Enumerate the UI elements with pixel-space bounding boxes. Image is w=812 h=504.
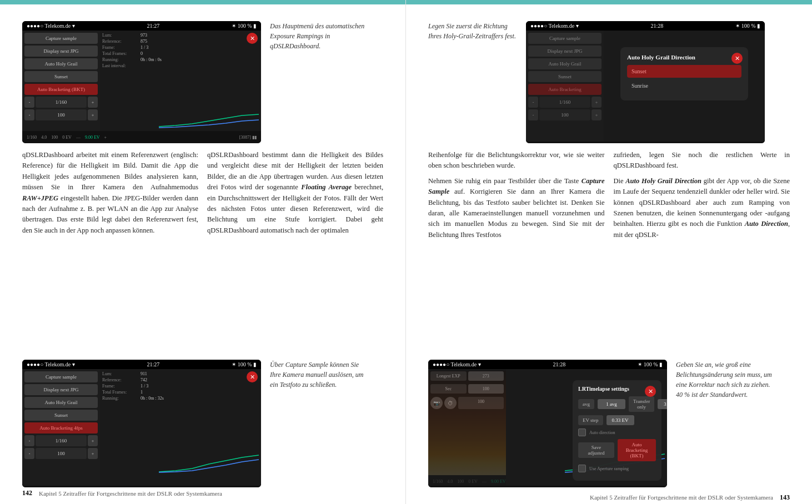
- shutter-plus-2[interactable]: +: [88, 435, 98, 446]
- sunset-btn[interactable]: Sunset: [24, 71, 98, 82]
- status-bar-4: ●●●●○ Telekom.de ▾ 21:28 ✶ 100 % ▮: [428, 360, 667, 369]
- btn-3-1[interactable]: Capture sample: [528, 33, 602, 44]
- close-btn-2[interactable]: ✕: [247, 371, 258, 382]
- graph-2: [159, 448, 259, 473]
- page-number-left: 142: [22, 489, 32, 497]
- status-bar-1: ●●●●○ Telekom.de ▾ 21:27 ✶ 100 % ▮: [22, 21, 261, 31]
- lrt-big-btn[interactable]: Auto Bracketing (BKT): [618, 439, 656, 461]
- text-block-1: qDSLRDashboard arbeitet mit einem Refere…: [22, 150, 383, 353]
- lrt-frame-input[interactable]: 3 frame: [658, 399, 667, 409]
- teal-bar-right: [406, 0, 812, 4]
- dialog-sunset[interactable]: Sunset: [627, 65, 741, 78]
- left-page: ●●●●○ Telekom.de ▾ 21:27 ✶ 100 % ▮ Captu…: [0, 0, 406, 504]
- lrt-save-btn[interactable]: Save adjusted: [578, 442, 614, 458]
- screenshot-2: ●●●●○ Telekom.de ▾ 21:27 ✶ 100 % ▮ Captu…: [22, 360, 261, 487]
- auto-holy-grail-btn-2[interactable]: Auto Holy Grail: [24, 397, 98, 408]
- auto-holy-grail-italic: Auto Holy Grail Direction: [625, 177, 701, 185]
- dialog-close-btn[interactable]: ✕: [731, 53, 743, 64]
- floating-average-text: Floating Average: [301, 183, 352, 191]
- iso-plus-2[interactable]: +: [88, 448, 98, 459]
- shutter-row: - 1/160 +: [24, 97, 98, 108]
- display-next-btn[interactable]: Display next JPG: [24, 46, 98, 57]
- lrt-avg-label: avg: [578, 399, 594, 409]
- lrt-transfer-label: Transfer only: [629, 396, 654, 412]
- lrt-settings-dialog: ✕ LRTimelapse settings avg 1 avg Transfe…: [573, 380, 661, 481]
- screenshot-row-1: ●●●●○ Telekom.de ▾ 21:27 ✶ 100 % ▮ Captu…: [22, 21, 383, 143]
- text-col-left: qDSLRDashboard arbeitet mit einem Refere…: [22, 150, 198, 353]
- close-btn-1[interactable]: ✕: [247, 33, 258, 44]
- text-col-right-2: zufrieden, legen Sie noch die restlichen…: [614, 150, 790, 353]
- btn-3-5[interactable]: Auto Bracketing: [528, 84, 602, 95]
- dialog-title: Auto Holy Grail Direction: [627, 54, 741, 61]
- lrt-auto-direction-label: Auto direction: [589, 430, 615, 435]
- carrier-1: ●●●●○ Telekom.de ▾: [27, 23, 75, 29]
- capture-sample-btn-2[interactable]: Capture sample: [24, 371, 98, 382]
- lrt-ev-input[interactable]: 0.33 EV: [607, 415, 634, 425]
- text-block-2: Reihenfolge für die Belichtungskorrektur…: [428, 150, 790, 353]
- right-page: Legen Sie zuerst die Richtung Ihres Holy…: [406, 0, 812, 504]
- left-panel-2: Capture sample Display next JPG Auto Hol…: [22, 369, 100, 486]
- lrt-avg-input[interactable]: 1 avg: [598, 399, 625, 409]
- time-1: 21:27: [147, 23, 160, 29]
- battery-1: ✶ 100 % ▮: [232, 23, 257, 29]
- bracketing-btn[interactable]: Auto Bracketing (BKT): [24, 84, 98, 95]
- shutter-row-3: - 1/160 +: [528, 97, 602, 108]
- caption-2: Über Capture Sample können Sie Ihre Kame…: [270, 360, 370, 390]
- shutter-plus[interactable]: +: [88, 97, 98, 108]
- shutter-val-2: 1/160: [36, 435, 87, 446]
- iso-minus[interactable]: -: [24, 109, 34, 120]
- left-panel-1: Capture sample Display next JPG Auto Hol…: [22, 31, 100, 142]
- shutter-minus[interactable]: -: [24, 97, 34, 108]
- lrt-ev-row: EV step 0.33 EV: [578, 415, 656, 425]
- status-bar-2: ●●●●○ Telekom.de ▾ 21:27 ✶ 100 % ▮: [22, 360, 261, 369]
- auto-holy-grail-btn[interactable]: Auto Holy Grail: [24, 58, 98, 69]
- btn-3-2[interactable]: Display next JPG: [528, 46, 602, 57]
- teal-bar-left: [0, 0, 405, 4]
- footer-text-right: Kapitel 5 Zeitraffer für Fortgeschritten…: [590, 494, 773, 501]
- screenshot-3: ●●●●○ Telekom.de ▾ 21:28 ✶ 100 % ▮ Captu…: [526, 21, 765, 143]
- lrt-close-btn[interactable]: ✕: [645, 386, 656, 397]
- holy-grail-dialog: ✕ Auto Holy Grail Direction Sunset Sunri…: [620, 47, 748, 100]
- iso-row-3: - 100 +: [528, 109, 602, 120]
- right-panel-1: ✕ Lum: 973 Reference: 875 Frame: 1 / 3: [100, 31, 261, 142]
- bracketing-btn-2[interactable]: Auto Bracketing 4fps: [24, 422, 98, 434]
- display-next-btn-2[interactable]: Display next JPG: [24, 384, 98, 395]
- auto-direction-italic: Auto Direction: [745, 220, 788, 228]
- page-footer-left: 142 Kapitel 5 Zeitraffer für Fortgeschri…: [22, 489, 383, 497]
- iso-val: 100: [36, 109, 87, 120]
- footer-right-content: Kapitel 5 Zeitraffer für Fortgeschritten…: [590, 493, 790, 502]
- right-panel-2: ✕ Lum: 911 Reference: 742 Frame: 1 / 3: [100, 369, 261, 486]
- bottom-bar-1: 1/160 4.0 100 0 EV — 9.00 EV + [3087] ▮▮: [22, 131, 261, 143]
- screenshot-1: ●●●●○ Telekom.de ▾ 21:27 ✶ 100 % ▮ Captu…: [22, 21, 261, 143]
- dialog-sunrise[interactable]: Sunrise: [627, 79, 741, 92]
- raw-jpeg-text: RAW+JPEG: [22, 194, 58, 202]
- status-bar-3: ●●●●○ Telekom.de ▾ 21:28 ✶ 100 % ▮: [526, 21, 765, 31]
- left-panel-3: Capture sample Display next JPG Auto Hol…: [526, 31, 604, 142]
- screenshot-row-3: Legen Sie zuerst die Richtung Ihres Holy…: [428, 21, 790, 143]
- caption-3: Legen Sie zuerst die Richtung Ihres Holy…: [428, 21, 517, 41]
- text-col-right: qDSLRDashboard bestimmt dann die Helligk…: [207, 150, 383, 353]
- footer-text-left: Kapitel 5 Zeitraffer für Fortgeschritten…: [39, 490, 222, 497]
- iso-plus[interactable]: +: [88, 109, 98, 120]
- lrt-auto-direction-row: Auto direction: [578, 429, 656, 436]
- screenshot-4: ●●●●○ Telekom.de ▾ 21:28 ✶ 100 % ▮ Longe…: [428, 360, 667, 487]
- page-number-right: 143: [780, 493, 790, 502]
- lrt-aperture-checkbox[interactable]: [578, 465, 586, 472]
- screenshot-row-4: ●●●●○ Telekom.de ▾ 21:28 ✶ 100 % ▮ Longe…: [428, 360, 790, 487]
- right-panel-3: ✕ Auto Holy Grail Direction Sunset Sunri…: [604, 31, 765, 142]
- capture-sample-btn[interactable]: Capture sample: [24, 33, 98, 44]
- lrt-aperture-row: Use Aperture ramping: [578, 465, 656, 472]
- btn-3-3[interactable]: Auto Holy Grail: [528, 58, 602, 69]
- caption-1: Das Hauptmenü des automatischen Exposure…: [270, 21, 370, 51]
- lrt-save-row: Save adjusted Auto Bracketing (BKT): [578, 439, 656, 461]
- lrt-avg-row: avg 1 avg Transfer only 3 frame: [578, 396, 656, 412]
- text-col-right-1: Reihenfolge für die Belichtungskorrektur…: [428, 150, 605, 353]
- iso-minus-2[interactable]: -: [24, 448, 34, 459]
- capture-sample-italic: Capture Sample: [428, 177, 605, 195]
- lrt-auto-direction-checkbox[interactable]: [578, 429, 586, 436]
- graph-1: [159, 104, 259, 129]
- btn-3-4[interactable]: Sunset: [528, 71, 602, 82]
- shutter-minus-2[interactable]: -: [24, 435, 34, 446]
- lrt-ev-label: EV step: [578, 415, 603, 425]
- sunset-btn-2[interactable]: Sunset: [24, 410, 98, 421]
